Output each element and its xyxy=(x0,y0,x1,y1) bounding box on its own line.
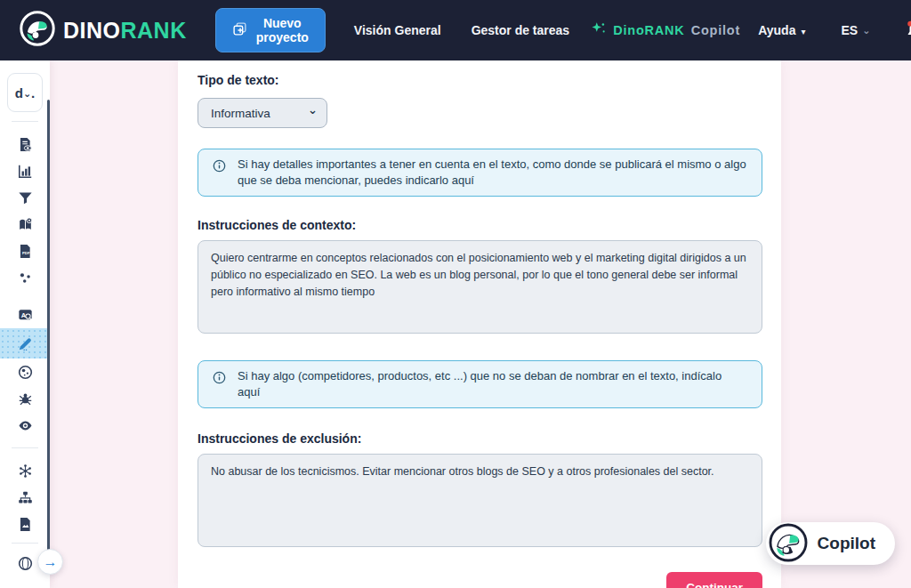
arrow-right-icon: → xyxy=(44,554,58,570)
bar-chart-icon xyxy=(17,163,34,180)
sidebar-item-report[interactable] xyxy=(0,131,50,157)
report-document-icon xyxy=(17,136,34,153)
language-selector[interactable]: ES ⌄ xyxy=(841,23,870,37)
app-body: d⌄. xyxy=(0,60,911,588)
sparkles-icon xyxy=(591,20,607,40)
sidebar-divider xyxy=(12,447,38,448)
help-label: Ayuda xyxy=(758,23,795,37)
copilot-form: Tipo de texto: Informativa ⌄ Si hay deta… xyxy=(178,60,781,588)
continue-button[interactable]: Continuar xyxy=(666,572,762,588)
language-label: ES xyxy=(841,23,858,37)
sidebar-item-filter[interactable] xyxy=(0,184,50,211)
pdf-file-icon: PDF xyxy=(17,243,34,260)
sidebar-item-cannibalization[interactable] xyxy=(0,358,50,385)
dinorank-logo-icon xyxy=(20,11,55,50)
bell-icon xyxy=(904,19,911,42)
exclusion-label: Instrucciones de exclusión: xyxy=(198,431,762,446)
globe-icon xyxy=(17,555,34,572)
sidebar-item-local-seo[interactable] xyxy=(0,211,50,238)
image-document-icon xyxy=(17,516,34,533)
new-project-icon xyxy=(232,21,247,39)
map-pin-icon xyxy=(17,216,34,233)
brand[interactable]: DINORANK xyxy=(20,11,187,50)
nav-link-gestor-tareas[interactable]: Gestor de tareas xyxy=(468,18,574,43)
sidebar-item-media-report[interactable] xyxy=(0,511,50,537)
exclusion-hint-alert: Si hay algo (competidores, productos, et… xyxy=(198,360,762,408)
sidebar-item-pdf[interactable]: PDF xyxy=(0,238,50,264)
chevron-down-icon: ⌄ xyxy=(862,25,870,36)
caret-down-icon: ▾ xyxy=(801,27,805,36)
dinorank-logo-icon xyxy=(769,523,808,565)
sidebar-scrollbar[interactable] xyxy=(47,100,50,574)
nav-link-copilot[interactable]: DinoRANK Copilot xyxy=(589,15,742,45)
sitemap-icon xyxy=(17,489,34,506)
copilot-fab-label: Copilot xyxy=(818,534,875,553)
context-label: Instrucciones de contexto: xyxy=(198,218,762,232)
form-actions: Continuar xyxy=(198,572,762,588)
spider-icon xyxy=(17,391,34,407)
sidebar-item-internal-linking[interactable] xyxy=(0,457,50,484)
pencil-icon xyxy=(17,335,34,352)
main-panel: Tipo de texto: Informativa ⌄ Si hay deta… xyxy=(178,60,781,588)
cluster-dots-icon xyxy=(17,270,34,286)
new-project-label: Nuevo proyecto xyxy=(256,16,309,44)
filter-icon xyxy=(17,189,34,206)
sidebar-divider xyxy=(12,121,38,122)
top-navbar: DINORANK Nuevo proyecto Visión General G… xyxy=(0,0,911,60)
sidebar-item-content-editor[interactable] xyxy=(0,328,50,358)
sidebar-item-crawler[interactable] xyxy=(0,385,50,412)
exclusion-hint-text: Si hay algo (competidores, productos, et… xyxy=(238,368,747,400)
sidebar-item-text-audit[interactable]: A xyxy=(0,302,50,328)
cookie-dots-icon xyxy=(17,364,34,381)
project-switcher-label: d xyxy=(15,85,23,101)
help-menu[interactable]: Ayuda ▾ xyxy=(758,23,805,37)
sidebar-item-clustering[interactable] xyxy=(0,264,50,291)
sidebar-expand-button[interactable]: → xyxy=(37,549,63,575)
sidebar-item-architecture[interactable] xyxy=(0,484,50,511)
sidebar-divider xyxy=(12,543,38,544)
sidebar-project-switcher[interactable]: d⌄. xyxy=(7,73,43,112)
context-instructions-input[interactable]: Quiero centrarme en conceptos relacionad… xyxy=(198,240,762,334)
brand-name: DINORANK xyxy=(63,18,187,44)
text-type-select-wrap: Informativa ⌄ xyxy=(198,98,327,128)
info-icon xyxy=(213,159,226,176)
main-nav: Visión General Gestor de tareas xyxy=(351,18,573,43)
exclusion-instructions-input[interactable]: No abusar de los tecnicismos. Evitar men… xyxy=(198,454,762,547)
sidebar-item-analytics[interactable] xyxy=(0,157,50,184)
sidebar: d⌄. xyxy=(0,60,50,588)
info-icon xyxy=(213,371,226,388)
notifications-button[interactable] xyxy=(902,17,911,44)
copilot-link-label: DinoRANK xyxy=(613,23,685,37)
eye-icon xyxy=(17,417,34,434)
chevron-down-icon: ⌄ xyxy=(23,88,31,100)
new-project-button[interactable]: Nuevo proyecto xyxy=(215,8,326,52)
nav-link-vision-general[interactable]: Visión General xyxy=(351,18,445,43)
link-network-icon xyxy=(17,463,34,479)
sidebar-item-visibility[interactable] xyxy=(0,412,50,439)
text-type-select[interactable]: Informativa xyxy=(198,98,327,128)
text-type-label: Tipo de texto: xyxy=(198,73,762,87)
text-audit-icon: A xyxy=(17,307,34,324)
context-hint-text: Si hay detalles importantes a tener en c… xyxy=(238,157,747,189)
context-hint-alert: Si hay detalles importantes a tener en c… xyxy=(198,149,762,197)
svg-text:PDF: PDF xyxy=(22,250,30,254)
copilot-fab[interactable]: Copilot xyxy=(766,522,895,565)
